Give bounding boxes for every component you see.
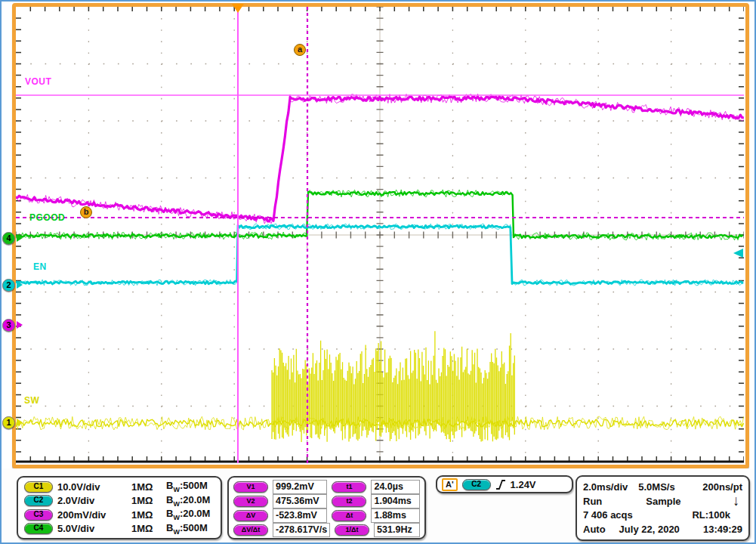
dv-dt-pill[interactable]: ΔV/Δt: [233, 524, 268, 536]
v1-value: 999.2mV: [273, 480, 327, 494]
trigger-mode: Auto: [583, 524, 606, 535]
trigger-source-pill[interactable]: C2: [462, 479, 491, 490]
c2-impedance: 1MΩ: [131, 495, 162, 506]
timebase: 2.0ms/div: [583, 481, 628, 493]
v1-pill[interactable]: V1: [233, 481, 268, 493]
date: July 22, 2020: [619, 524, 680, 535]
waveform-display: [16, 7, 744, 463]
c2-bandwidth: BW:20.0M: [166, 494, 210, 508]
channel-row-c2: C2 2.0V/div 1MΩ BW:20.0M: [24, 494, 216, 508]
cursor-row-1: V1 999.2mV t1 24.0µs: [233, 480, 420, 494]
delta-v-pill[interactable]: ΔV: [233, 510, 268, 521]
c3-channel-pill[interactable]: C3: [24, 509, 53, 521]
oscilloscope-screen: ab VOUT PGOOD EN SW 4231 C1 10.0V/div 1M…: [0, 0, 756, 544]
time: 13:49:29: [703, 524, 742, 535]
trigger-level: 1.24V: [511, 479, 536, 490]
run-state: Run: [583, 496, 602, 507]
datetime-row: Auto July 22, 2020 13:49:29: [583, 524, 742, 535]
c3-scale: 200mV/div: [57, 509, 127, 521]
acq-mode: Sample: [646, 496, 680, 507]
sample-rate: 5.0MS/s: [638, 481, 674, 493]
c4-scale: 5.0V/div: [57, 523, 127, 534]
c3-impedance: 1MΩ: [131, 509, 162, 521]
vout-trace-label: VOUT: [25, 76, 51, 87]
v2-value: 475.36mV: [273, 494, 327, 508]
c1-scale: 10.0V/div: [57, 481, 127, 493]
c4-impedance: 1MΩ: [131, 523, 162, 534]
c4-bandwidth: BW:500M: [166, 522, 208, 536]
pgood-trace-label: PGOOD: [29, 212, 65, 223]
trigger-a-tag: A': [442, 478, 458, 491]
c1-bandwidth: BW:500M: [166, 480, 208, 493]
c4-channel-pill[interactable]: C4: [24, 523, 53, 534]
channel-row-c3: C3 200mV/div 1MΩ BW:20.0M: [24, 508, 216, 521]
t1-value: 24.0µs: [371, 480, 420, 494]
acqs-row: 7 406 acqs RL:100k: [583, 509, 742, 521]
timebase-row: 2.0ms/div 5.0MS/s 200ns/pt: [583, 481, 742, 493]
sw-trace-label: SW: [24, 395, 39, 406]
c1-impedance: 1MΩ: [131, 481, 162, 493]
cursor-readout-box[interactable]: V1 999.2mV t1 24.0µs V2 475.36mV t2 1.90…: [227, 476, 426, 539]
channel-settings-box[interactable]: C1 10.0V/div 1MΩ BW:500M C2 2.0V/div 1MΩ…: [17, 476, 222, 539]
cursor-row-3: ΔV -523.8mV Δt 1.88ms: [233, 508, 420, 523]
channel-row-c1: C1 10.0V/div 1MΩ BW:500M: [24, 480, 216, 493]
c3-bandwidth: BW:20.0M: [166, 508, 210, 521]
cursor-row-2: V2 475.36mV t2 1.904ms: [233, 494, 420, 508]
run-row: Run Sample ↓: [583, 496, 742, 507]
t2-value: 1.904ms: [371, 494, 420, 508]
resolution: 200ns/pt: [702, 481, 742, 493]
inv-delta-t-pill[interactable]: 1/Δt: [335, 524, 369, 536]
inv-delta-t-value: 531.9Hz: [374, 523, 420, 537]
c1-channel-pill[interactable]: C1: [24, 481, 53, 493]
channel-row-c4: C4 5.0V/div 1MΩ BW:500M: [24, 522, 216, 536]
down-arrow-icon: ↓: [733, 495, 740, 507]
record-length: RL:100k: [692, 509, 730, 521]
delta-t-pill[interactable]: Δt: [332, 510, 366, 521]
delta-t-value: 1.88ms: [371, 508, 420, 523]
rising-edge-icon: [495, 479, 506, 490]
dv-dt-value: -278.617V/s: [273, 523, 330, 537]
horizontal-acquisition-box[interactable]: 2.0ms/div 5.0MS/s 200ns/pt Run Sample ↓ …: [575, 475, 750, 541]
readout-bar: C1 10.0V/div 1MΩ BW:500M C2 2.0V/div 1MΩ…: [2, 468, 754, 542]
trigger-box[interactable]: A' C2 1.24V: [436, 475, 573, 493]
delta-v-value: -523.8mV: [273, 508, 327, 523]
acquisitions-count: 7 406 acqs: [583, 509, 633, 521]
v2-pill[interactable]: V2: [233, 496, 268, 507]
t2-pill[interactable]: t2: [332, 496, 366, 507]
c2-channel-pill[interactable]: C2: [24, 495, 53, 506]
c2-scale: 2.0V/div: [57, 495, 127, 506]
cursor-row-4: ΔV/Δt -278.617V/s 1/Δt 531.9Hz: [233, 523, 420, 537]
en-trace-label: EN: [33, 261, 47, 272]
t1-pill[interactable]: t1: [332, 481, 366, 493]
